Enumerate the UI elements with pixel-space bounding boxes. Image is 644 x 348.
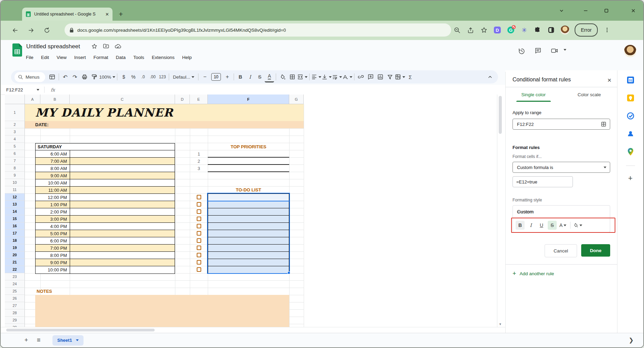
pivot-table-button[interactable] [395,72,405,82]
schedule-row[interactable]: 4:00 PM [36,223,175,230]
range-input[interactable]: F12:F22 [513,119,610,130]
schedule-time-cell[interactable]: 10:00 AM [36,179,70,186]
meet-camera-icon[interactable] [550,46,559,55]
notes-area[interactable] [35,295,289,327]
schedule-time-cell[interactable]: 10:00 PM [36,266,70,274]
decrease-font-size-button[interactable]: − [200,72,209,82]
row-header-8[interactable]: 8 [5,165,25,172]
keep-icon[interactable] [624,91,637,105]
todo-cell[interactable] [208,216,289,223]
row-header-13[interactable]: 13 [5,201,25,208]
row-header-11[interactable]: 11 [5,186,25,193]
date-cell[interactable]: DATE: [25,121,304,128]
todo-checkbox[interactable] [197,267,201,272]
schedule-time-cell[interactable]: 4:00 PM [36,223,70,230]
bookmark-star-icon[interactable] [480,26,488,34]
todo-cell[interactable] [208,201,289,208]
schedule-row[interactable]: 2:00 PM [36,208,175,216]
fill-handle[interactable] [287,271,290,274]
corner-header[interactable] [5,95,25,104]
browser-menu-icon[interactable] [603,26,611,34]
window-chevron-icon[interactable] [558,7,565,14]
schedule-entry-cell[interactable] [70,187,175,193]
insert-comment-icon[interactable] [366,72,375,82]
schedule-time-cell[interactable]: 5:00 PM [36,230,70,237]
todo-cell[interactable] [208,223,289,230]
horizontal-align-button[interactable] [311,72,321,82]
grammarly-extension-icon[interactable]: G [507,26,515,34]
done-button[interactable]: Done [581,244,610,257]
column-header-G[interactable]: G [289,95,304,104]
vertical-scrollbar[interactable]: ▼ [497,95,503,327]
schedule-time-cell[interactable]: 3:00 PM [36,216,70,222]
row-header-17[interactable]: 17 [5,230,25,237]
schedule-entry-cell[interactable] [70,150,175,157]
reload-button[interactable] [41,25,52,36]
priority-number[interactable]: 1 [190,150,208,158]
menu-item-help[interactable]: Help [179,54,195,61]
row-header-30[interactable]: 30 [5,324,25,327]
fill-color-icon[interactable] [278,72,287,82]
schedule-entry-cell[interactable] [70,237,175,244]
menu-item-edit[interactable]: Edit [38,54,52,61]
schedule-row[interactable]: 9:00 AM [36,172,175,179]
sheet-tab-active[interactable]: Sheet1 [52,335,84,346]
decrease-decimals-button[interactable]: .0 [138,72,148,82]
horizontal-scrollbar-thumb[interactable] [6,329,155,331]
schedule-entry-cell[interactable] [70,179,175,186]
schedule-row[interactable]: 8:00 PM [36,252,175,259]
italic-button[interactable]: I [245,72,255,82]
schedule-entry-cell[interactable] [70,172,175,179]
scroll-down-icon[interactable]: ▼ [497,321,503,327]
tab-single-color[interactable]: Single color [506,87,562,102]
todo-cell[interactable] [208,230,289,237]
vertical-align-button[interactable] [322,72,332,82]
move-folder-icon[interactable] [101,42,110,51]
window-maximize-button[interactable] [603,7,610,14]
text-wrap-button[interactable] [332,72,342,82]
schedule-entry-cell[interactable] [70,165,175,172]
todo-checkbox[interactable] [197,253,201,257]
browser-tab[interactable]: Untitled spreadsheet - Google S ✕ [22,8,113,21]
schedule-entry-cell[interactable] [70,245,175,251]
row-header-15[interactable]: 15 [5,215,25,222]
document-title[interactable]: Untitled spreadsheet [26,43,80,50]
menu-item-view[interactable]: View [53,54,70,61]
row-header-6[interactable]: 6 [5,150,25,157]
zoom-icon[interactable] [453,26,461,34]
row-header-4[interactable]: 4 [5,136,25,143]
menu-item-data[interactable]: Data [113,54,129,61]
add-another-rule-button[interactable]: + Add another rule [513,270,610,277]
todo-checkbox[interactable] [197,195,201,199]
insert-link-icon[interactable] [356,72,365,82]
expand-side-panel-icon[interactable]: ❯ [629,337,634,344]
format-percent-button[interactable]: % [129,72,138,82]
text-color-button[interactable]: A [265,72,274,82]
schedule-row[interactable]: 5:00 PM [36,230,175,237]
column-header-B[interactable]: B [40,95,70,104]
schedule-entry-cell[interactable] [70,252,175,259]
todo-checkbox[interactable] [197,209,201,214]
row-header-1[interactable]: 1 [5,104,25,121]
spreadsheet-grid[interactable]: ABCDEFG 12345678910111213141516171819202… [5,95,503,327]
column-header-D[interactable]: D [175,95,190,104]
schedule-row[interactable]: 9:00 PM [36,259,175,266]
custom-formula-input[interactable]: =E12=true [513,176,573,187]
tables-icon[interactable] [48,72,57,82]
window-close-button[interactable] [630,7,637,14]
menu-item-format[interactable]: Format [90,54,111,61]
text-rotation-button[interactable] [342,72,352,82]
back-button[interactable] [10,25,21,36]
row-header-20[interactable]: 20 [5,251,25,259]
bold-button[interactable]: B [236,72,245,82]
browser-profile-avatar[interactable] [560,26,569,34]
strikethrough-button[interactable]: S [255,72,264,82]
contacts-icon[interactable] [624,127,637,141]
column-header-A[interactable]: A [25,95,40,104]
schedule-time-cell[interactable]: 9:00 AM [36,172,70,179]
increase-font-size-button[interactable]: + [223,72,232,82]
get-addons-icon[interactable]: + [624,171,637,185]
schedule-time-cell[interactable]: 6:00 PM [36,237,70,244]
schedule-time-cell[interactable]: 2:00 PM [36,208,70,215]
cloud-status-icon[interactable] [113,42,122,51]
